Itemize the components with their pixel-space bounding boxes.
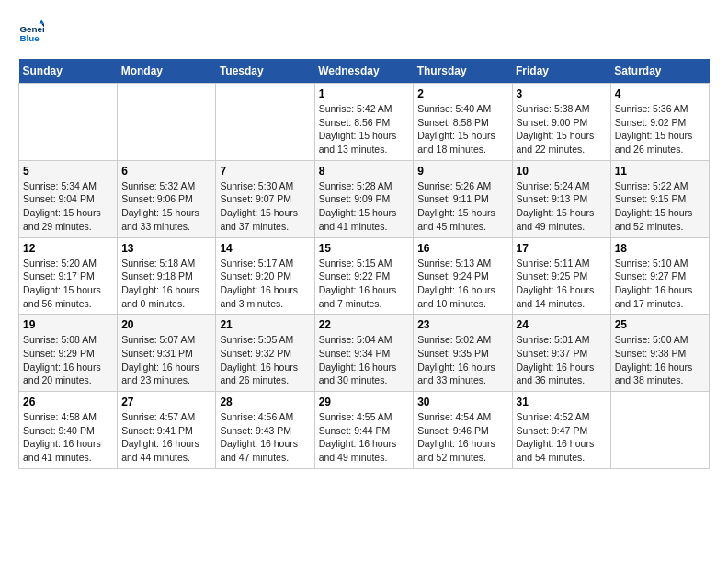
- day-number: 5: [23, 165, 113, 178]
- day-info: Sunrise: 5:01 AM Sunset: 9:37 PM Dayligh…: [517, 333, 607, 387]
- day-number: 19: [23, 318, 113, 331]
- calendar-cell: 26Sunrise: 4:58 AM Sunset: 9:40 PM Dayli…: [19, 392, 118, 469]
- calendar-cell: 31Sunrise: 4:52 AM Sunset: 9:47 PM Dayli…: [512, 392, 610, 469]
- day-number: 18: [615, 242, 705, 255]
- calendar-cell: 16Sunrise: 5:13 AM Sunset: 9:24 PM Dayli…: [414, 237, 512, 315]
- calendar-cell: 11Sunrise: 5:22 AM Sunset: 9:15 PM Dayli…: [610, 160, 709, 237]
- day-info: Sunrise: 5:04 AM Sunset: 9:34 PM Dayligh…: [319, 333, 410, 387]
- logo-icon: General Blue: [18, 18, 44, 44]
- day-number: 21: [220, 318, 310, 331]
- day-number: 16: [417, 242, 507, 255]
- day-number: 20: [121, 318, 211, 331]
- day-info: Sunrise: 5:42 AM Sunset: 8:56 PM Dayligh…: [319, 102, 410, 156]
- calendar-cell: 1Sunrise: 5:42 AM Sunset: 8:56 PM Daylig…: [314, 84, 414, 161]
- calendar-cell: 10Sunrise: 5:24 AM Sunset: 9:13 PM Dayli…: [512, 160, 610, 237]
- day-number: 3: [517, 87, 607, 100]
- calendar-cell: 19Sunrise: 5:08 AM Sunset: 9:29 PM Dayli…: [19, 315, 118, 392]
- calendar-cell: 25Sunrise: 5:00 AM Sunset: 9:38 PM Dayli…: [610, 315, 709, 392]
- day-number: 14: [220, 242, 310, 255]
- day-info: Sunrise: 5:17 AM Sunset: 9:20 PM Dayligh…: [220, 257, 310, 311]
- weekday-header: Tuesday: [216, 59, 314, 84]
- day-number: 11: [615, 165, 705, 178]
- weekday-header: Wednesday: [314, 59, 414, 84]
- calendar-cell: 28Sunrise: 4:56 AM Sunset: 9:43 PM Dayli…: [216, 392, 314, 469]
- day-number: 12: [23, 242, 113, 255]
- day-number: 23: [417, 318, 507, 331]
- calendar-cell: 9Sunrise: 5:26 AM Sunset: 9:11 PM Daylig…: [414, 160, 512, 237]
- day-info: Sunrise: 5:18 AM Sunset: 9:18 PM Dayligh…: [121, 257, 211, 311]
- day-number: 24: [517, 318, 607, 331]
- calendar-cell: 7Sunrise: 5:30 AM Sunset: 9:07 PM Daylig…: [216, 160, 314, 237]
- day-info: Sunrise: 5:15 AM Sunset: 9:22 PM Dayligh…: [319, 257, 410, 311]
- calendar-cell: 8Sunrise: 5:28 AM Sunset: 9:09 PM Daylig…: [314, 160, 414, 237]
- svg-marker-2: [39, 19, 44, 23]
- day-number: 2: [417, 87, 507, 100]
- day-info: Sunrise: 5:05 AM Sunset: 9:32 PM Dayligh…: [220, 333, 310, 387]
- calendar-cell: 29Sunrise: 4:55 AM Sunset: 9:44 PM Dayli…: [314, 392, 414, 469]
- day-info: Sunrise: 5:34 AM Sunset: 9:04 PM Dayligh…: [23, 179, 113, 234]
- day-number: 25: [615, 318, 705, 331]
- weekday-header: Monday: [118, 59, 216, 84]
- calendar-week-row: 19Sunrise: 5:08 AM Sunset: 9:29 PM Dayli…: [19, 315, 710, 392]
- calendar-cell: 30Sunrise: 4:54 AM Sunset: 9:46 PM Dayli…: [414, 392, 512, 469]
- calendar-week-row: 1Sunrise: 5:42 AM Sunset: 8:56 PM Daylig…: [19, 84, 710, 161]
- day-number: 1: [319, 87, 410, 100]
- day-info: Sunrise: 5:11 AM Sunset: 9:25 PM Dayligh…: [517, 257, 607, 311]
- weekday-header: Friday: [512, 59, 610, 84]
- day-info: Sunrise: 4:54 AM Sunset: 9:46 PM Dayligh…: [417, 410, 507, 465]
- day-number: 4: [615, 87, 705, 100]
- day-info: Sunrise: 4:52 AM Sunset: 9:47 PM Dayligh…: [517, 410, 607, 465]
- calendar-table: SundayMondayTuesdayWednesdayThursdayFrid…: [18, 59, 710, 469]
- calendar-cell: [610, 392, 709, 469]
- weekday-header: Saturday: [610, 59, 709, 84]
- calendar-cell: 21Sunrise: 5:05 AM Sunset: 9:32 PM Dayli…: [216, 315, 314, 392]
- day-info: Sunrise: 5:00 AM Sunset: 9:38 PM Dayligh…: [615, 333, 705, 387]
- day-info: Sunrise: 5:36 AM Sunset: 9:02 PM Dayligh…: [615, 102, 705, 156]
- calendar-cell: 13Sunrise: 5:18 AM Sunset: 9:18 PM Dayli…: [118, 237, 216, 315]
- day-number: 6: [121, 165, 211, 178]
- calendar-cell: 15Sunrise: 5:15 AM Sunset: 9:22 PM Dayli…: [314, 237, 414, 315]
- day-number: 8: [319, 165, 410, 178]
- day-number: 9: [417, 165, 507, 178]
- day-info: Sunrise: 5:10 AM Sunset: 9:27 PM Dayligh…: [615, 257, 705, 311]
- svg-text:Blue: Blue: [19, 33, 40, 43]
- weekday-header: Thursday: [414, 59, 512, 84]
- day-info: Sunrise: 5:26 AM Sunset: 9:11 PM Dayligh…: [417, 179, 507, 234]
- day-number: 26: [23, 396, 113, 408]
- calendar-cell: [19, 84, 118, 161]
- weekday-header: Sunday: [19, 59, 118, 84]
- day-info: Sunrise: 4:58 AM Sunset: 9:40 PM Dayligh…: [23, 410, 113, 465]
- calendar-cell: 17Sunrise: 5:11 AM Sunset: 9:25 PM Dayli…: [512, 237, 610, 315]
- calendar-cell: 14Sunrise: 5:17 AM Sunset: 9:20 PM Dayli…: [216, 237, 314, 315]
- day-number: 28: [220, 396, 310, 408]
- day-info: Sunrise: 5:13 AM Sunset: 9:24 PM Dayligh…: [417, 257, 507, 311]
- day-number: 15: [319, 242, 410, 255]
- day-number: 7: [220, 165, 310, 178]
- day-info: Sunrise: 5:22 AM Sunset: 9:15 PM Dayligh…: [615, 179, 705, 234]
- calendar-cell: 6Sunrise: 5:32 AM Sunset: 9:06 PM Daylig…: [118, 160, 216, 237]
- calendar-cell: 12Sunrise: 5:20 AM Sunset: 9:17 PM Dayli…: [19, 237, 118, 315]
- calendar-cell: 3Sunrise: 5:38 AM Sunset: 9:00 PM Daylig…: [512, 84, 610, 161]
- day-info: Sunrise: 4:57 AM Sunset: 9:41 PM Dayligh…: [121, 410, 211, 465]
- day-info: Sunrise: 5:07 AM Sunset: 9:31 PM Dayligh…: [121, 333, 211, 387]
- day-info: Sunrise: 5:20 AM Sunset: 9:17 PM Dayligh…: [23, 257, 113, 311]
- day-info: Sunrise: 5:30 AM Sunset: 9:07 PM Dayligh…: [220, 179, 310, 234]
- logo: General Blue: [18, 18, 48, 44]
- day-number: 22: [319, 318, 410, 331]
- day-number: 10: [517, 165, 607, 178]
- day-info: Sunrise: 4:56 AM Sunset: 9:43 PM Dayligh…: [220, 410, 310, 465]
- calendar-cell: 20Sunrise: 5:07 AM Sunset: 9:31 PM Dayli…: [118, 315, 216, 392]
- day-info: Sunrise: 5:38 AM Sunset: 9:00 PM Dayligh…: [517, 102, 607, 156]
- day-number: 29: [319, 396, 410, 408]
- day-info: Sunrise: 5:08 AM Sunset: 9:29 PM Dayligh…: [23, 333, 113, 387]
- calendar-header-row: SundayMondayTuesdayWednesdayThursdayFrid…: [19, 59, 710, 84]
- day-info: Sunrise: 5:28 AM Sunset: 9:09 PM Dayligh…: [319, 179, 410, 234]
- calendar-week-row: 26Sunrise: 4:58 AM Sunset: 9:40 PM Dayli…: [19, 392, 710, 469]
- calendar-cell: 24Sunrise: 5:01 AM Sunset: 9:37 PM Dayli…: [512, 315, 610, 392]
- day-info: Sunrise: 5:40 AM Sunset: 8:58 PM Dayligh…: [417, 102, 507, 156]
- day-number: 17: [517, 242, 607, 255]
- day-info: Sunrise: 4:55 AM Sunset: 9:44 PM Dayligh…: [319, 410, 410, 465]
- calendar-cell: 18Sunrise: 5:10 AM Sunset: 9:27 PM Dayli…: [610, 237, 709, 315]
- calendar-cell: 2Sunrise: 5:40 AM Sunset: 8:58 PM Daylig…: [414, 84, 512, 161]
- calendar-cell: 4Sunrise: 5:36 AM Sunset: 9:02 PM Daylig…: [610, 84, 709, 161]
